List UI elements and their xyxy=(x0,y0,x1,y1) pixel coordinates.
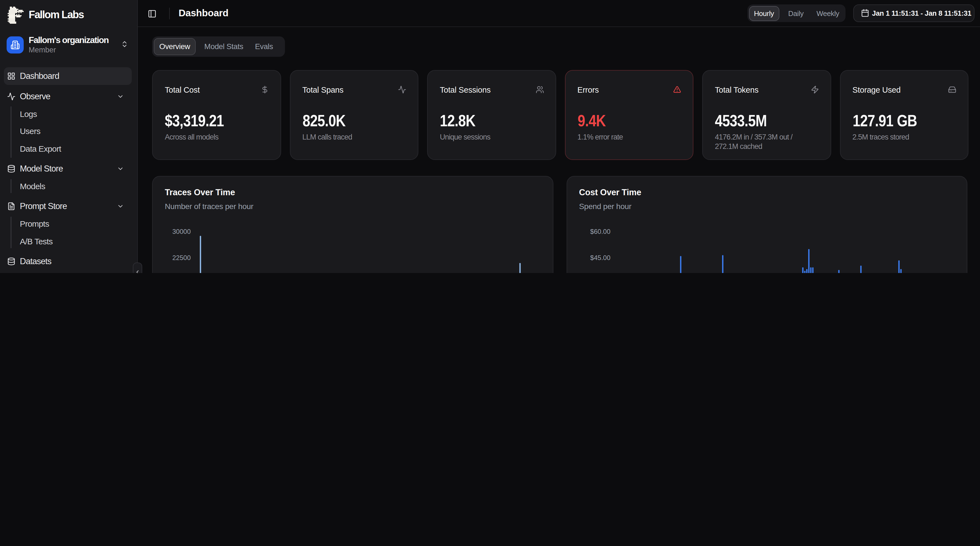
svg-text:$60.00: $60.00 xyxy=(590,228,610,235)
svg-text:$45.00: $45.00 xyxy=(590,254,610,262)
svg-text:30000: 30000 xyxy=(172,228,191,235)
svg-text:22500: 22500 xyxy=(172,254,191,262)
